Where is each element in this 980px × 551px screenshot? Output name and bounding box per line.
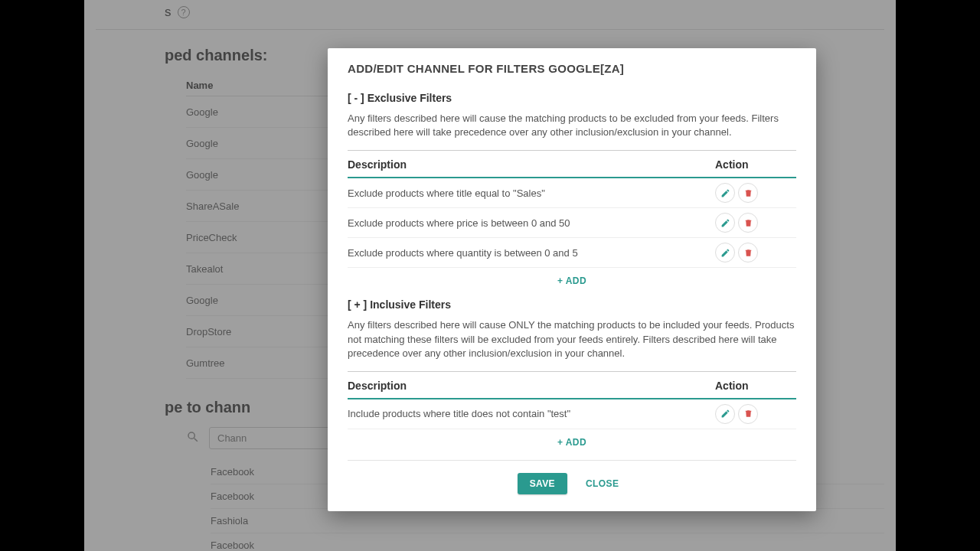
- inclusive-filters-table: Description Action Include products wher…: [348, 371, 796, 429]
- table-row: Include products where title does not co…: [348, 399, 796, 429]
- close-button[interactable]: CLOSE: [578, 473, 626, 494]
- filter-description: Exclude products where title equal to "S…: [348, 187, 715, 199]
- modal-footer: SAVE CLOSE: [348, 460, 796, 494]
- filter-description: Exclude products where quantity is betwe…: [348, 247, 715, 259]
- table-row: Exclude products where title equal to "S…: [348, 178, 796, 208]
- filter-description: Exclude products where price is between …: [348, 217, 715, 229]
- delete-icon[interactable]: [738, 213, 758, 233]
- add-exclusive-filter[interactable]: + ADD: [348, 268, 796, 298]
- delete-icon[interactable]: [738, 404, 758, 424]
- table-row: Exclude products where price is between …: [348, 208, 796, 238]
- col-description: Description: [348, 158, 715, 171]
- save-button[interactable]: SAVE: [518, 473, 567, 494]
- edit-icon[interactable]: [715, 183, 735, 203]
- inclusive-description: Any filters described here will cause ON…: [348, 318, 796, 360]
- filter-description: Include products where title does not co…: [348, 408, 715, 419]
- col-action: Action: [715, 380, 796, 392]
- exclusive-description: Any filters described here will cause th…: [348, 112, 796, 139]
- edit-icon[interactable]: [715, 243, 735, 262]
- delete-icon[interactable]: [738, 183, 758, 203]
- edit-icon[interactable]: [715, 404, 735, 424]
- exclusive-heading[interactable]: [ - ] Exclusive Filters: [348, 92, 796, 104]
- delete-icon[interactable]: [738, 243, 758, 262]
- inclusive-heading[interactable]: [ + ] Inclusive Filters: [348, 298, 796, 311]
- col-action: Action: [715, 158, 796, 171]
- exclusive-filters-table: Description Action Exclude products wher…: [348, 150, 796, 268]
- col-description: Description: [348, 380, 715, 392]
- table-row: Exclude products where quantity is betwe…: [348, 238, 796, 268]
- add-inclusive-filter[interactable]: + ADD: [348, 429, 796, 460]
- edit-icon[interactable]: [715, 213, 735, 233]
- filters-modal: ADD/EDIT CHANNEL FOR FILTERS GOOGLE[ZA] …: [328, 48, 816, 511]
- modal-title: ADD/EDIT CHANNEL FOR FILTERS GOOGLE[ZA]: [348, 62, 796, 75]
